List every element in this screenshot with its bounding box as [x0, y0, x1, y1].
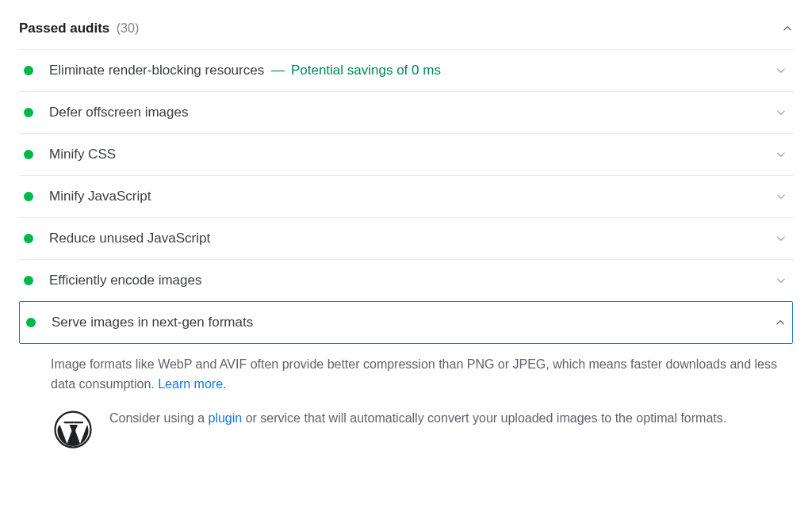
audit-title: Reduce unused JavaScript	[49, 231, 776, 246]
audit-title: Minify JavaScript	[49, 189, 776, 204]
status-pass-icon	[26, 318, 36, 327]
audit-detail: Image formats like WebP and AVIF often p…	[19, 344, 793, 455]
audit-row-minify-javascript[interactable]: Minify JavaScript	[19, 176, 793, 218]
audit-savings: Potential savings of 0 ms	[291, 63, 441, 78]
chevron-down-icon	[776, 233, 787, 244]
status-pass-icon	[24, 192, 33, 201]
audit-title: Minify CSS	[49, 147, 776, 162]
wp-tip-pre: Consider using a	[109, 411, 209, 425]
passed-audits-count: (30)	[117, 21, 139, 35]
chevron-down-icon	[776, 191, 787, 202]
passed-audits-header[interactable]: Passed audits (30)	[19, 16, 793, 50]
wordpress-icon	[54, 410, 92, 449]
audit-row-efficiently-encode-images[interactable]: Efficiently encode images	[19, 260, 793, 302]
audit-title: Defer offscreen images	[49, 105, 776, 120]
learn-more-link[interactable]: Learn more	[158, 377, 223, 391]
audit-row-defer-offscreen-images[interactable]: Defer offscreen images	[19, 92, 793, 134]
savings-separator: —	[271, 63, 285, 78]
plugin-link[interactable]: plugin	[209, 411, 243, 425]
audit-row-reduce-unused-javascript[interactable]: Reduce unused JavaScript	[19, 218, 793, 260]
audit-title: Efficiently encode images	[49, 273, 776, 288]
status-pass-icon	[24, 276, 33, 285]
status-pass-icon	[24, 150, 33, 159]
audit-description-post: .	[223, 377, 226, 391]
chevron-down-icon	[776, 65, 787, 76]
chevron-down-icon	[776, 149, 787, 160]
audit-description: Image formats like WebP and AVIF often p…	[51, 355, 787, 395]
header-left: Passed audits (30)	[19, 21, 139, 36]
status-pass-icon	[24, 66, 33, 75]
audit-row-serve-images-next-gen[interactable]: Serve images in next-gen formats	[19, 301, 793, 344]
audit-row-minify-css[interactable]: Minify CSS	[19, 134, 793, 176]
passed-audits-title: Passed audits	[19, 21, 109, 36]
wordpress-tip: Consider using a plugin or service that …	[51, 409, 787, 449]
chevron-up-icon	[782, 23, 793, 34]
chevron-down-icon	[776, 107, 787, 118]
wordpress-tip-text: Consider using a plugin or service that …	[109, 409, 787, 429]
status-pass-icon	[24, 234, 33, 243]
audit-title: Serve images in next-gen formats	[52, 315, 775, 330]
wp-tip-post: or service that will automatically conve…	[242, 411, 726, 425]
status-pass-icon	[24, 108, 33, 117]
chevron-down-icon	[776, 275, 787, 286]
audit-row-eliminate-render-blocking[interactable]: Eliminate render-blocking resources —Pot…	[19, 50, 793, 92]
audit-title-text: Eliminate render-blocking resources	[49, 63, 264, 78]
audit-list: Eliminate render-blocking resources —Pot…	[19, 50, 793, 344]
chevron-up-icon	[775, 317, 786, 328]
audit-title: Eliminate render-blocking resources —Pot…	[49, 63, 776, 78]
